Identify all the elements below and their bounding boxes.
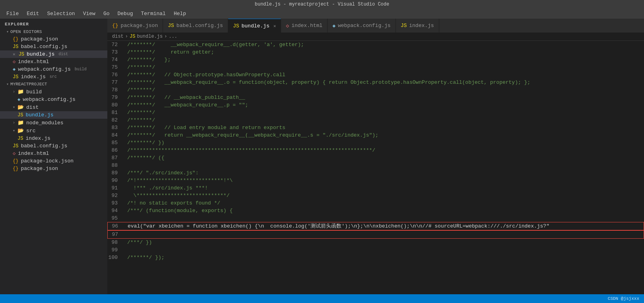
myreactproject-section[interactable]: ▾ MYREACTPROJECT xyxy=(0,81,107,88)
menu-terminal[interactable]: Terminal xyxy=(138,10,169,17)
sidebar-item-build-folder[interactable]: › 📁 build xyxy=(0,88,107,96)
chevron-icon: ▾ xyxy=(13,105,15,110)
tab-index-html[interactable]: ◇ index.html xyxy=(281,19,328,33)
js-icon: JS xyxy=(13,44,18,50)
tab-package-json[interactable]: {} package.json xyxy=(107,19,163,33)
tab-label: package.json xyxy=(121,23,158,29)
menu-edit[interactable]: Edit xyxy=(23,10,42,17)
build-badge: build xyxy=(75,67,87,71)
line-number: 74 xyxy=(107,56,124,64)
tabs-bar: {} package.json JS babel.config.js JS bu… xyxy=(107,19,644,33)
tab-webpack[interactable]: ◈ webpack.config.js xyxy=(328,19,396,33)
json-icon: {} xyxy=(13,166,18,172)
sidebar-item-babel-project[interactable]: JS babel.config.js xyxy=(0,142,107,150)
sidebar-item-bundle-open[interactable]: ✕ JS bundle.js dist xyxy=(0,50,107,58)
sidebar-item-index-html-open[interactable]: ◇ index.html xyxy=(0,58,107,66)
sidebar-item-label: index.js xyxy=(21,74,45,80)
line-content: /*******/ xyxy=(124,86,644,94)
code-line-98: 98 /***/ }) xyxy=(107,239,644,246)
sidebar-item-label: dist xyxy=(26,104,39,110)
code-editor[interactable]: 72 /*******/ __webpack_require__.d(gette… xyxy=(107,41,644,294)
line-content: /***/ "./src/index.js": xyxy=(124,169,644,177)
sidebar-item-node-modules[interactable]: › 📁 node_modules xyxy=(0,119,107,127)
breadcrumb: dist › JS bundle.js › ... xyxy=(107,33,644,41)
code-line-78: 78 /*******/ xyxy=(107,86,644,94)
tab-label: bundle.js xyxy=(241,23,269,29)
menu-view[interactable]: View xyxy=(80,10,99,17)
sidebar-item-index-html-project[interactable]: ◇ index.html xyxy=(0,150,107,157)
js-icon: JS xyxy=(19,52,24,57)
html-icon: ◇ xyxy=(286,23,289,29)
sidebar-item-dist-folder[interactable]: ▾ 📂 dist xyxy=(0,103,107,111)
sidebar-item-label: webpack.config.js xyxy=(18,66,71,72)
code-line-92: 92 \*****************************/ xyxy=(107,192,644,199)
open-editors-section[interactable]: ▾ OPEN EDITORS xyxy=(0,28,107,35)
tab-index-js[interactable]: JS index.js xyxy=(396,19,439,33)
line-number: 77 xyxy=(107,79,124,86)
code-line-88: 88 xyxy=(107,162,644,169)
line-content: /*******/ return getter; xyxy=(124,48,644,56)
tab-bundle-js[interactable]: JS bundle.js ✕ xyxy=(228,19,281,33)
sidebar-item-label: package.json xyxy=(21,36,58,42)
sidebar-item-package-json-open[interactable]: {} package.json xyxy=(0,35,107,43)
line-content: /*******/ ({ xyxy=(124,154,644,162)
line-content: \*****************************/ xyxy=(124,192,644,199)
menu-debug[interactable]: Debug xyxy=(114,10,136,17)
sidebar-item-label: package-lock.json xyxy=(21,158,74,164)
code-line-83: 83 /*******/ // Load entry module and re… xyxy=(107,124,644,131)
sidebar-item-babel-open[interactable]: JS babel.config.js xyxy=(0,43,107,50)
tab-babel[interactable]: JS babel.config.js xyxy=(163,19,228,33)
sidebar-item-index-js-open[interactable]: JS index.js src xyxy=(0,73,107,81)
line-number: 94 xyxy=(107,207,124,214)
close-icon[interactable]: ✕ xyxy=(13,52,16,57)
line-number: 96 xyxy=(108,222,124,230)
tab-close-icon[interactable]: ✕ xyxy=(274,23,276,29)
sidebar-item-label: index.html xyxy=(18,59,49,65)
sidebar-item-label: src xyxy=(26,128,35,134)
sidebar-item-webpack-project[interactable]: ◈ webpack.config.js xyxy=(0,96,107,103)
line-number: 83 xyxy=(107,124,124,131)
folder-icon: 📂 xyxy=(17,127,24,134)
line-content: /*******/ __webpack_require__.d(getter, … xyxy=(124,41,644,48)
line-content: /*!****************************!*\ xyxy=(124,177,644,184)
html-icon: ◇ xyxy=(13,59,16,65)
line-content: /*******/ __webpack_require__.p = ""; xyxy=(124,101,644,109)
main-layout: EXPLORER ▾ OPEN EDITORS {} package.json … xyxy=(0,19,644,294)
sidebar-item-label: babel.config.js xyxy=(21,143,67,149)
line-content: /*******/ // Load entry module and retur… xyxy=(124,124,644,131)
title-bar: bundle.js - myreactproject - Visual Stud… xyxy=(0,0,644,9)
line-content: /*******/ __webpack_require__.o = functi… xyxy=(124,79,644,86)
sidebar-item-index-js-src[interactable]: JS index.js xyxy=(0,135,107,142)
menu-selection[interactable]: Selection xyxy=(44,10,78,17)
menu-help[interactable]: Help xyxy=(171,10,189,17)
js-icon: JS xyxy=(17,136,23,141)
line-number: 87 xyxy=(107,154,124,162)
line-number: 80 xyxy=(107,101,124,109)
line-content: /***/ }) xyxy=(124,239,644,246)
src-badge: src xyxy=(50,75,57,79)
line-number: 97 xyxy=(108,231,124,238)
json-icon: {} xyxy=(112,23,118,29)
menu-go[interactable]: Go xyxy=(100,10,113,17)
tab-label: index.html xyxy=(291,23,322,29)
code-line-93: 93 /*! no static exports found */ xyxy=(107,199,644,207)
line-number: 76 xyxy=(107,71,124,79)
sidebar-item-bundle-dist[interactable]: JS bundle.js xyxy=(0,111,107,119)
breadcrumb-sep1: › xyxy=(125,34,128,39)
sidebar-item-package-json-project[interactable]: {} package.json xyxy=(0,165,107,172)
sidebar-item-webpack-open[interactable]: ◈ webpack.config.js build xyxy=(0,66,107,73)
status-bar: CSDN @jsjxxx xyxy=(0,294,644,303)
code-line-86: 86 /************************************… xyxy=(107,147,644,154)
editor-area: {} package.json JS babel.config.js JS bu… xyxy=(107,19,644,294)
tab-label: index.js xyxy=(409,23,434,29)
sidebar-item-package-lock[interactable]: {} package-lock.json xyxy=(0,157,107,165)
code-line-89: 89 /***/ "./src/index.js": xyxy=(107,169,644,177)
line-number: 88 xyxy=(107,162,124,169)
sidebar-item-src-folder[interactable]: ▾ 📂 src xyxy=(0,127,107,135)
code-line-84: 84 /*******/ return __webpack_require__(… xyxy=(107,131,644,139)
menu-file[interactable]: File xyxy=(3,10,22,17)
line-number: 79 xyxy=(107,94,124,101)
line-content: /*******/ return __webpack_require__(__w… xyxy=(124,131,644,139)
sidebar-item-label: babel.config.js xyxy=(21,44,67,50)
js-icon: JS xyxy=(168,23,174,29)
